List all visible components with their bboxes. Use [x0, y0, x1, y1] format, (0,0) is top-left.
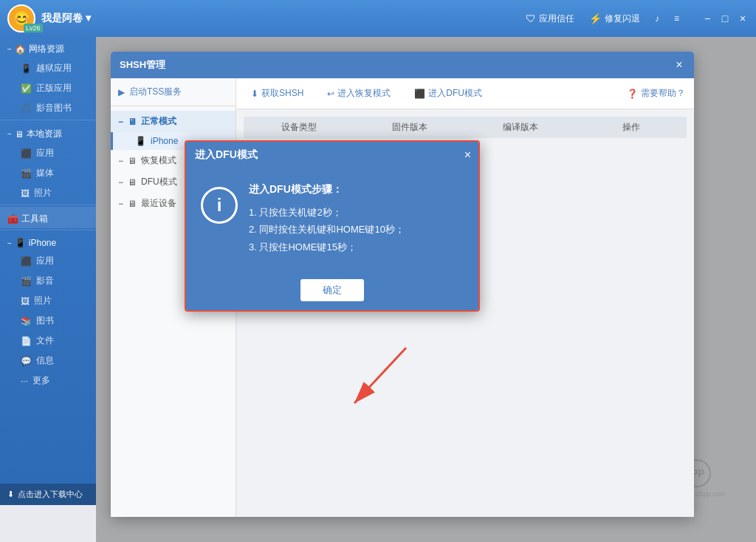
start-tss-button[interactable]: ▶ 启动TSS服务	[111, 78, 236, 106]
lightning-icon: ⚡	[589, 13, 602, 24]
sidebar-section-toolbox[interactable]: 🧰 工具箱	[0, 207, 96, 228]
file-icon: 📄	[21, 336, 32, 346]
check-icon: ✅	[21, 83, 32, 94]
dfu-body: i 进入DFU模式步骤： 1. 只按住关机键2秒； 2. 同时按住关机键和HOM…	[186, 168, 478, 270]
dfu-close-button[interactable]: ×	[464, 148, 471, 162]
iphone-icon: 📱	[15, 238, 26, 248]
col-device-type: 设备类型	[251, 121, 347, 134]
minus2-icon: −	[118, 156, 123, 166]
dfu-steps-title: 进入DFU模式步骤：	[249, 183, 464, 196]
grid-icon: ⬛	[21, 148, 32, 159]
sidebar-item-iphone-media[interactable]: 🎬 影音	[0, 271, 96, 291]
recovery-icon: ↩	[327, 89, 334, 99]
monitor4-icon: 🖥	[128, 199, 137, 209]
book-icon: 📚	[21, 316, 32, 326]
minus3-icon: −	[118, 177, 123, 188]
iphone-sub-icon: 📱	[135, 136, 146, 146]
title-bar: Lv26 我是阿卷 ▾ 🛡 应用信任 ⚡ 修复闪退 ♪ ≡ − □ ×	[0, 0, 756, 37]
shsh-close-button[interactable]: ×	[672, 58, 687, 72]
col-build: 编译版本	[472, 121, 568, 134]
sidebar: − 🏠 网络资源 📱 越狱应用 ✅ 正版应用 🎵 影音图书 − 🖥 本地资源	[0, 37, 96, 542]
get-shsh-button[interactable]: ⬇ 获取SHSH	[245, 84, 309, 103]
collapse-icon: −	[7, 45, 12, 53]
dfu-confirm-button[interactable]: 确定	[300, 279, 364, 301]
user-level-badge: Lv26	[24, 24, 43, 32]
sidebar-item-iphone-apps[interactable]: ⬛ 应用	[0, 251, 96, 271]
trust-app-button[interactable]: 🛡 应用信任	[526, 13, 574, 25]
play-icon: ▶	[118, 87, 125, 97]
col-action: 操作	[583, 121, 679, 134]
sidebar-item-photos[interactable]: 🖼 照片	[0, 183, 96, 203]
sidebar-item-media[interactable]: 🎵 影音图书	[0, 98, 96, 118]
collapse-icon: −	[7, 239, 12, 247]
minus4-icon: −	[118, 199, 123, 209]
shsh-toolbar: ⬇ 获取SHSH ↩ 进入恢复模式 ⬛ 进入DFU模式 ❓	[236, 78, 694, 109]
dfu-step-1: 1. 只按住关机键2秒；	[249, 204, 464, 221]
user-name: 我是阿卷 ▾	[41, 12, 91, 25]
shsh-table-header: 设备类型 固件版本 编译版本 操作	[244, 117, 687, 138]
sidebar-item-jailbreak[interactable]: 📱 越狱应用	[0, 58, 96, 78]
download-center-button[interactable]: ⬇ 点击进入下载中心	[0, 484, 96, 505]
toolbox-icon: 🧰	[7, 214, 18, 224]
fix-crash-button[interactable]: ⚡ 修复闪退	[589, 13, 640, 25]
monitor3-icon: 🖥	[128, 177, 137, 188]
col-firmware: 固件版本	[362, 121, 458, 134]
shsh-title: SHSH管理	[120, 58, 165, 72]
enter-dfu-button[interactable]: ⬛ 进入DFU模式	[408, 84, 488, 103]
grid2-icon: ⬛	[21, 256, 32, 267]
dfu-title: 进入DFU模式	[195, 148, 258, 162]
sidebar-section-network[interactable]: − 🏠 网络资源	[0, 37, 96, 58]
collapse-icon: −	[7, 130, 12, 138]
video-icon: 🎬	[21, 168, 32, 179]
sidebar-item-iphone-photos[interactable]: 🖼 照片	[0, 291, 96, 311]
sidebar-section-iphone[interactable]: − 📱 iPhone	[0, 232, 96, 251]
dfu-dialog: 进入DFU模式 × i 进入DFU模式步骤： 1. 只按住关机键2秒； 2. 同…	[185, 140, 480, 312]
photo2-icon: 🖼	[21, 296, 30, 306]
sidebar-item-iphone-files[interactable]: 📄 文件	[0, 331, 96, 351]
dfu-step-2: 2. 同时按住关机键和HOME键10秒；	[249, 221, 464, 238]
menu-button[interactable]: ≡	[674, 13, 679, 24]
shsh-title-bar: SHSH管理 ×	[111, 52, 694, 78]
sidebar-item-apps[interactable]: ⬛ 应用	[0, 143, 96, 163]
app-icon: 📱	[21, 64, 32, 74]
content-area: SHSH管理 × ▶ 启动TSS服务 − 🖥 正常模式	[96, 37, 756, 542]
dfu-title-bar: 进入DFU模式 ×	[186, 142, 478, 168]
minus-icon: −	[118, 117, 123, 127]
minimize-button[interactable]: −	[701, 13, 713, 24]
shield-icon: 🛡	[526, 13, 536, 24]
shsh-help-button[interactable]: ❓ 需要帮助？	[627, 87, 685, 100]
download-icon: ⬇	[7, 490, 14, 499]
shsh-normal-mode[interactable]: − 🖥 正常模式	[111, 111, 236, 132]
computer-icon: 🖥	[15, 129, 24, 140]
monitor2-icon: 🖥	[128, 156, 137, 166]
main-layout: − 🏠 网络资源 📱 越狱应用 ✅ 正版应用 🎵 影音图书 − 🖥 本地资源	[0, 37, 756, 542]
sidebar-item-local-media[interactable]: 🎬 媒体	[0, 163, 96, 183]
sidebar-item-iphone-messages[interactable]: 💬 信息	[0, 351, 96, 371]
sidebar-item-iphone-books[interactable]: 📚 图书	[0, 311, 96, 331]
message-icon: 💬	[21, 356, 32, 366]
close-button[interactable]: ×	[737, 13, 749, 24]
sidebar-item-official[interactable]: ✅ 正版应用	[0, 78, 96, 98]
music-button[interactable]: ♪	[655, 13, 659, 24]
sidebar-section-local[interactable]: − 🖥 本地资源	[0, 122, 96, 143]
home-icon: 🏠	[15, 44, 26, 55]
sidebar-content: − 🏠 网络资源 📱 越狱应用 ✅ 正版应用 🎵 影音图书 − 🖥 本地资源	[0, 37, 96, 505]
download-shsh-icon: ⬇	[251, 89, 258, 99]
title-bar-actions: 🛡 应用信任 ⚡ 修复闪退 ♪ ≡ − □ ×	[526, 13, 749, 25]
sidebar-item-iphone-more[interactable]: ··· 更多	[0, 371, 96, 391]
dfu-icon: ⬛	[414, 89, 425, 99]
window-controls: − □ ×	[701, 13, 749, 24]
photo-icon: 🖼	[21, 188, 30, 199]
more-icon: ···	[21, 376, 28, 386]
maximize-button[interactable]: □	[719, 13, 731, 24]
video2-icon: 🎬	[21, 276, 32, 287]
monitor-icon: 🖥	[128, 117, 137, 127]
dfu-footer: 确定	[186, 270, 478, 310]
music-icon: 🎵	[21, 103, 32, 114]
help-icon: ❓	[627, 89, 638, 99]
enter-recovery-button[interactable]: ↩ 进入恢复模式	[321, 84, 396, 103]
dfu-info-icon: i	[201, 187, 238, 224]
dfu-step-3: 3. 只按住HOME键15秒；	[249, 239, 464, 255]
dfu-content: 进入DFU模式步骤： 1. 只按住关机键2秒； 2. 同时按住关机键和HOME键…	[249, 183, 464, 255]
